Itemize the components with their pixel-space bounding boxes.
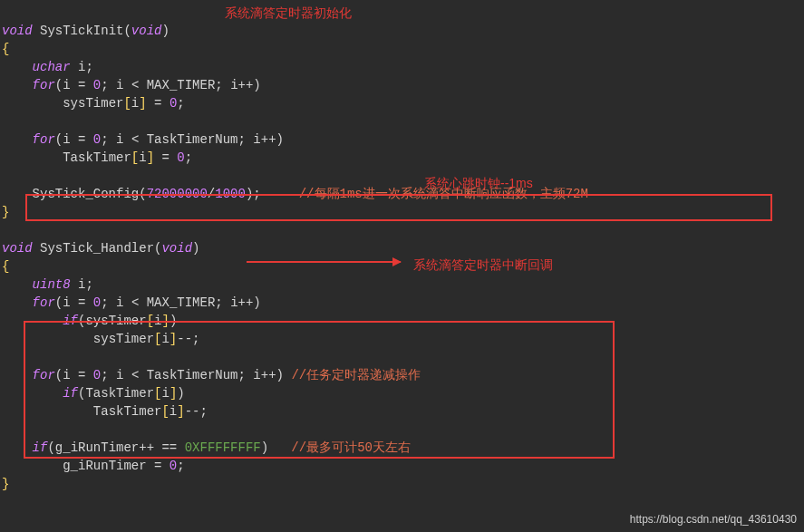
arrow-icon (247, 261, 401, 263)
code-block: void SysTickInit(void) { uchar i; for(i … (0, 0, 804, 497)
watermark: https://blog.csdn.net/qq_43610430 (630, 510, 797, 528)
annotation-init: 系统滴答定时器初始化 (225, 4, 352, 22)
annotation-heartbeat: 系统心跳时钟--1ms (424, 174, 533, 192)
annotation-handler: 系统滴答定时器中断回调 (413, 256, 553, 274)
